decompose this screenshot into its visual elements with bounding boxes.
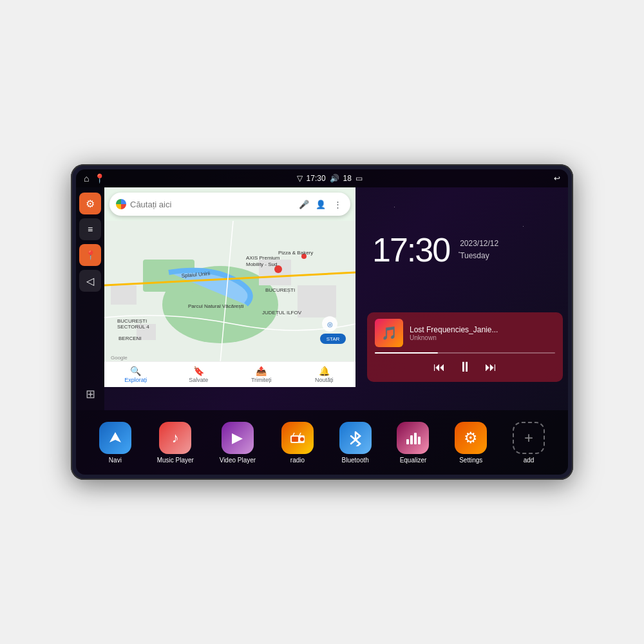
map-search-bar[interactable]: 🎤 👤 ⋮ xyxy=(109,193,350,216)
navigation-icon: ◁ xyxy=(86,275,94,287)
app-radio[interactable]: radio xyxy=(281,422,314,464)
app-dock: Navi ♪ Music Player ▶ Video Player xyxy=(76,410,568,475)
radio-svg xyxy=(289,431,306,444)
clock-date: 2023/12/12 Tuesday xyxy=(460,238,498,262)
equalizer-label: Equalizer xyxy=(400,457,427,464)
bluetooth-icon xyxy=(339,422,372,454)
status-left: ⌂ 📍 xyxy=(84,173,105,184)
music-player-label: Music Player xyxy=(157,457,194,464)
play-icon: ▶ xyxy=(232,430,243,446)
wifi-icon: ▽ xyxy=(297,174,303,183)
explore-icon: 🔍 xyxy=(130,366,141,376)
folder-icon: ≡ xyxy=(88,224,93,234)
day-text: Tuesday xyxy=(460,250,498,262)
svg-point-29 xyxy=(300,437,304,441)
svg-rect-37 xyxy=(418,437,421,444)
sidebar-settings-btn[interactable]: ⚙ xyxy=(79,193,101,214)
navi-label: Navi xyxy=(109,457,122,464)
app-add[interactable]: + add xyxy=(513,422,545,464)
home-icon[interactable]: ⌂ xyxy=(84,173,89,184)
bluetooth-label: Bluetooth xyxy=(342,457,369,464)
settings-label: Settings xyxy=(459,457,482,464)
app-settings[interactable]: ⚙ Settings xyxy=(455,422,487,464)
sidebar-nav-btn[interactable]: ◁ xyxy=(79,270,101,292)
sidebar-folder-btn[interactable]: ≡ xyxy=(79,218,101,240)
album-art-image: 🎵 xyxy=(381,325,397,341)
device: ⌂ 📍 ▽ 17:30 🔊 18 ▭ ↩ xyxy=(71,164,573,480)
map-share-btn[interactable]: 📤 Trimiteți xyxy=(230,366,293,383)
svg-text:BUCUREȘTI: BUCUREȘTI xyxy=(265,287,295,293)
svg-text:Google: Google xyxy=(111,355,128,361)
svg-rect-36 xyxy=(414,433,417,444)
music-widget: 🎵 Lost Frequencies_Janie... Unknown ⏮ xyxy=(367,312,563,382)
video-player-label: Video Player xyxy=(220,457,256,464)
app-video-player[interactable]: ▶ Video Player xyxy=(220,422,256,464)
bluetooth-svg xyxy=(348,430,363,446)
map-explore-btn[interactable]: 🔍 Explorați xyxy=(104,366,167,383)
status-bar: ⌂ 📍 ▽ 17:30 🔊 18 ▭ ↩ xyxy=(76,169,568,187)
location-icon: 📍 xyxy=(85,250,96,260)
pause-button[interactable]: ⏸ xyxy=(458,359,472,375)
map-bottom-nav: 🔍 Explorați 🔖 Salvate 📤 Trimiteți � xyxy=(104,361,355,387)
music-player-icon: ♪ xyxy=(159,422,191,454)
news-label: Noutăți xyxy=(315,377,334,383)
app-equalizer[interactable]: Equalizer xyxy=(397,422,429,464)
date-text: 2023/12/12 xyxy=(460,238,498,250)
svg-rect-28 xyxy=(292,437,298,442)
more-icon[interactable]: ⋮ xyxy=(331,198,344,211)
svg-marker-26 xyxy=(109,432,121,442)
map-search-actions: 🎤 👤 ⋮ xyxy=(298,198,344,211)
svg-text:Parcul Natural Văcărești: Parcul Natural Văcărești xyxy=(188,303,243,309)
svg-rect-34 xyxy=(406,439,409,444)
app-navi[interactable]: Navi xyxy=(99,422,131,464)
map-icon[interactable]: 📍 xyxy=(94,173,105,184)
news-icon: 🔔 xyxy=(319,366,330,376)
battery-icon: ▭ xyxy=(355,174,363,183)
account-icon[interactable]: 👤 xyxy=(314,198,327,211)
back-icon[interactable]: ↩ xyxy=(554,174,560,183)
battery-level: 18 xyxy=(343,174,352,183)
svg-rect-35 xyxy=(410,435,413,444)
map-container[interactable]: 🎤 👤 ⋮ xyxy=(104,187,355,387)
music-controls: ⏮ ⏸ ⏭ xyxy=(375,359,555,375)
svg-text:BUCUREȘTI: BUCUREȘTI xyxy=(117,318,147,324)
settings-icon: ⚙ xyxy=(86,198,95,210)
video-player-icon: ▶ xyxy=(222,422,254,454)
next-button[interactable]: ⏭ xyxy=(485,361,497,374)
map-saved-btn[interactable]: 🔖 Salvate xyxy=(167,366,231,383)
search-input[interactable] xyxy=(130,200,294,209)
plus-icon: + xyxy=(524,429,533,447)
status-center: ▽ 17:30 🔊 18 ▭ xyxy=(297,174,363,183)
add-icon: + xyxy=(513,422,545,454)
volume-icon: 🔊 xyxy=(330,174,339,183)
map-news-btn[interactable]: 🔔 Noutăți xyxy=(293,366,356,383)
equalizer-svg xyxy=(404,430,421,446)
saved-icon: 🔖 xyxy=(193,366,204,376)
music-progress-bar[interactable] xyxy=(375,352,555,354)
app-music-player[interactable]: ♪ Music Player xyxy=(157,422,194,464)
svg-text:Mobility - Sud: Mobility - Sud xyxy=(246,261,277,267)
svg-text:◎: ◎ xyxy=(327,321,333,328)
app-bluetooth[interactable]: Bluetooth xyxy=(339,422,372,464)
sidebar-grid-btn[interactable]: ⊞ xyxy=(79,383,101,405)
music-title: Lost Frequencies_Janie... xyxy=(410,325,555,334)
sidebar-map-btn[interactable]: 📍 xyxy=(79,244,101,266)
time-display: 17:30 xyxy=(307,174,326,183)
saved-label: Salvate xyxy=(189,377,208,383)
add-label: add xyxy=(524,457,535,464)
navi-icon xyxy=(99,422,131,454)
device-screen: ⌂ 📍 ▽ 17:30 🔊 18 ▭ ↩ xyxy=(76,169,568,475)
track-info: Lost Frequencies_Janie... Unknown xyxy=(410,325,555,341)
radio-label: radio xyxy=(290,457,305,464)
main-content: ⚙ ≡ 📍 ◁ ⊞ xyxy=(76,187,568,410)
map-visual: Splaiul Unirii AXIS Premium Mobility - S… xyxy=(104,221,355,361)
prev-button[interactable]: ⏮ xyxy=(433,361,445,374)
mic-icon[interactable]: 🎤 xyxy=(298,198,310,211)
svg-text:Pizza & Bakery: Pizza & Bakery xyxy=(278,250,313,256)
status-right: ↩ xyxy=(554,174,560,183)
album-art: 🎵 xyxy=(375,319,403,347)
svg-rect-3 xyxy=(111,285,137,305)
svg-rect-5 xyxy=(298,285,336,317)
svg-text:JUDEȚUL ILFOV: JUDEȚUL ILFOV xyxy=(262,310,302,316)
svg-line-30 xyxy=(293,433,294,435)
